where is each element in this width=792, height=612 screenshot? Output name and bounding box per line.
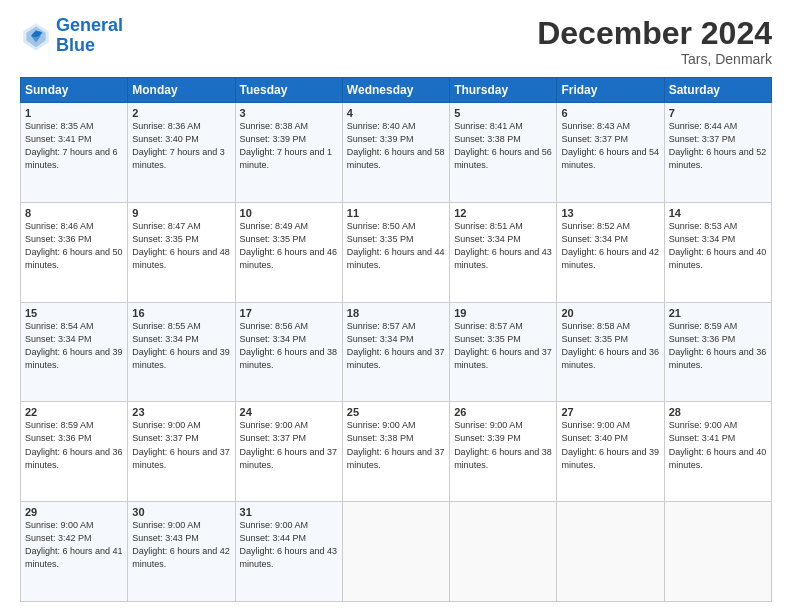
- day-content: Sunrise: 8:35 AM Sunset: 3:41 PM Dayligh…: [25, 120, 123, 172]
- day-number: 24: [240, 406, 338, 418]
- day-content: Sunrise: 8:51 AM Sunset: 3:34 PM Dayligh…: [454, 220, 552, 272]
- week-row-2: 8Sunrise: 8:46 AM Sunset: 3:36 PM Daylig…: [21, 202, 772, 302]
- day-cell: 19Sunrise: 8:57 AM Sunset: 3:35 PM Dayli…: [450, 302, 557, 402]
- day-number: 21: [669, 307, 767, 319]
- day-content: Sunrise: 9:00 AM Sunset: 3:37 PM Dayligh…: [240, 419, 338, 471]
- day-cell: [557, 502, 664, 602]
- day-cell: 22Sunrise: 8:59 AM Sunset: 3:36 PM Dayli…: [21, 402, 128, 502]
- day-content: Sunrise: 9:00 AM Sunset: 3:38 PM Dayligh…: [347, 419, 445, 471]
- subtitle: Tars, Denmark: [537, 51, 772, 67]
- day-number: 27: [561, 406, 659, 418]
- day-number: 22: [25, 406, 123, 418]
- header: General Blue December 2024 Tars, Denmark: [20, 16, 772, 67]
- header-row: SundayMondayTuesdayWednesdayThursdayFrid…: [21, 78, 772, 103]
- day-cell: 2Sunrise: 8:36 AM Sunset: 3:40 PM Daylig…: [128, 103, 235, 203]
- day-cell: 27Sunrise: 9:00 AM Sunset: 3:40 PM Dayli…: [557, 402, 664, 502]
- day-number: 29: [25, 506, 123, 518]
- week-row-4: 22Sunrise: 8:59 AM Sunset: 3:36 PM Dayli…: [21, 402, 772, 502]
- day-header-thursday: Thursday: [450, 78, 557, 103]
- calendar: SundayMondayTuesdayWednesdayThursdayFrid…: [20, 77, 772, 602]
- day-content: Sunrise: 8:58 AM Sunset: 3:35 PM Dayligh…: [561, 320, 659, 372]
- day-cell: 28Sunrise: 9:00 AM Sunset: 3:41 PM Dayli…: [664, 402, 771, 502]
- day-cell: [450, 502, 557, 602]
- day-cell: 20Sunrise: 8:58 AM Sunset: 3:35 PM Dayli…: [557, 302, 664, 402]
- day-number: 31: [240, 506, 338, 518]
- day-number: 5: [454, 107, 552, 119]
- day-number: 7: [669, 107, 767, 119]
- day-content: Sunrise: 8:49 AM Sunset: 3:35 PM Dayligh…: [240, 220, 338, 272]
- day-cell: 18Sunrise: 8:57 AM Sunset: 3:34 PM Dayli…: [342, 302, 449, 402]
- day-content: Sunrise: 8:43 AM Sunset: 3:37 PM Dayligh…: [561, 120, 659, 172]
- day-content: Sunrise: 8:56 AM Sunset: 3:34 PM Dayligh…: [240, 320, 338, 372]
- day-header-sunday: Sunday: [21, 78, 128, 103]
- day-number: 14: [669, 207, 767, 219]
- day-number: 13: [561, 207, 659, 219]
- day-cell: [664, 502, 771, 602]
- day-cell: 1Sunrise: 8:35 AM Sunset: 3:41 PM Daylig…: [21, 103, 128, 203]
- day-cell: 5Sunrise: 8:41 AM Sunset: 3:38 PM Daylig…: [450, 103, 557, 203]
- day-number: 3: [240, 107, 338, 119]
- day-number: 30: [132, 506, 230, 518]
- week-row-1: 1Sunrise: 8:35 AM Sunset: 3:41 PM Daylig…: [21, 103, 772, 203]
- day-number: 19: [454, 307, 552, 319]
- day-content: Sunrise: 8:59 AM Sunset: 3:36 PM Dayligh…: [669, 320, 767, 372]
- day-number: 17: [240, 307, 338, 319]
- day-cell: 23Sunrise: 9:00 AM Sunset: 3:37 PM Dayli…: [128, 402, 235, 502]
- day-content: Sunrise: 8:40 AM Sunset: 3:39 PM Dayligh…: [347, 120, 445, 172]
- day-cell: 12Sunrise: 8:51 AM Sunset: 3:34 PM Dayli…: [450, 202, 557, 302]
- page: General Blue December 2024 Tars, Denmark…: [0, 0, 792, 612]
- day-content: Sunrise: 9:00 AM Sunset: 3:41 PM Dayligh…: [669, 419, 767, 471]
- day-cell: 11Sunrise: 8:50 AM Sunset: 3:35 PM Dayli…: [342, 202, 449, 302]
- day-content: Sunrise: 8:54 AM Sunset: 3:34 PM Dayligh…: [25, 320, 123, 372]
- day-content: Sunrise: 9:00 AM Sunset: 3:44 PM Dayligh…: [240, 519, 338, 571]
- logo: General Blue: [20, 16, 123, 56]
- day-number: 8: [25, 207, 123, 219]
- week-row-5: 29Sunrise: 9:00 AM Sunset: 3:42 PM Dayli…: [21, 502, 772, 602]
- day-number: 18: [347, 307, 445, 319]
- day-content: Sunrise: 9:00 AM Sunset: 3:40 PM Dayligh…: [561, 419, 659, 471]
- day-number: 2: [132, 107, 230, 119]
- logo-line2: Blue: [56, 35, 95, 55]
- day-content: Sunrise: 8:53 AM Sunset: 3:34 PM Dayligh…: [669, 220, 767, 272]
- day-number: 28: [669, 406, 767, 418]
- day-content: Sunrise: 9:00 AM Sunset: 3:39 PM Dayligh…: [454, 419, 552, 471]
- logo-line1: General: [56, 15, 123, 35]
- day-header-wednesday: Wednesday: [342, 78, 449, 103]
- day-content: Sunrise: 8:46 AM Sunset: 3:36 PM Dayligh…: [25, 220, 123, 272]
- day-cell: 30Sunrise: 9:00 AM Sunset: 3:43 PM Dayli…: [128, 502, 235, 602]
- day-number: 4: [347, 107, 445, 119]
- main-title: December 2024: [537, 16, 772, 51]
- day-cell: 29Sunrise: 9:00 AM Sunset: 3:42 PM Dayli…: [21, 502, 128, 602]
- day-header-monday: Monday: [128, 78, 235, 103]
- day-cell: 3Sunrise: 8:38 AM Sunset: 3:39 PM Daylig…: [235, 103, 342, 203]
- day-cell: 15Sunrise: 8:54 AM Sunset: 3:34 PM Dayli…: [21, 302, 128, 402]
- day-content: Sunrise: 8:57 AM Sunset: 3:35 PM Dayligh…: [454, 320, 552, 372]
- logo-icon: [20, 20, 52, 52]
- day-cell: [342, 502, 449, 602]
- day-content: Sunrise: 8:44 AM Sunset: 3:37 PM Dayligh…: [669, 120, 767, 172]
- day-number: 25: [347, 406, 445, 418]
- day-number: 26: [454, 406, 552, 418]
- day-content: Sunrise: 9:00 AM Sunset: 3:42 PM Dayligh…: [25, 519, 123, 571]
- day-content: Sunrise: 8:36 AM Sunset: 3:40 PM Dayligh…: [132, 120, 230, 172]
- day-content: Sunrise: 8:59 AM Sunset: 3:36 PM Dayligh…: [25, 419, 123, 471]
- title-block: December 2024 Tars, Denmark: [537, 16, 772, 67]
- day-number: 11: [347, 207, 445, 219]
- day-cell: 21Sunrise: 8:59 AM Sunset: 3:36 PM Dayli…: [664, 302, 771, 402]
- day-cell: 8Sunrise: 8:46 AM Sunset: 3:36 PM Daylig…: [21, 202, 128, 302]
- day-cell: 26Sunrise: 9:00 AM Sunset: 3:39 PM Dayli…: [450, 402, 557, 502]
- day-content: Sunrise: 8:41 AM Sunset: 3:38 PM Dayligh…: [454, 120, 552, 172]
- day-number: 15: [25, 307, 123, 319]
- day-number: 9: [132, 207, 230, 219]
- logo-text: General Blue: [56, 16, 123, 56]
- day-number: 6: [561, 107, 659, 119]
- day-cell: 17Sunrise: 8:56 AM Sunset: 3:34 PM Dayli…: [235, 302, 342, 402]
- day-cell: 14Sunrise: 8:53 AM Sunset: 3:34 PM Dayli…: [664, 202, 771, 302]
- day-number: 12: [454, 207, 552, 219]
- day-cell: 16Sunrise: 8:55 AM Sunset: 3:34 PM Dayli…: [128, 302, 235, 402]
- day-content: Sunrise: 8:52 AM Sunset: 3:34 PM Dayligh…: [561, 220, 659, 272]
- day-header-saturday: Saturday: [664, 78, 771, 103]
- day-cell: 4Sunrise: 8:40 AM Sunset: 3:39 PM Daylig…: [342, 103, 449, 203]
- day-content: Sunrise: 8:57 AM Sunset: 3:34 PM Dayligh…: [347, 320, 445, 372]
- day-cell: 25Sunrise: 9:00 AM Sunset: 3:38 PM Dayli…: [342, 402, 449, 502]
